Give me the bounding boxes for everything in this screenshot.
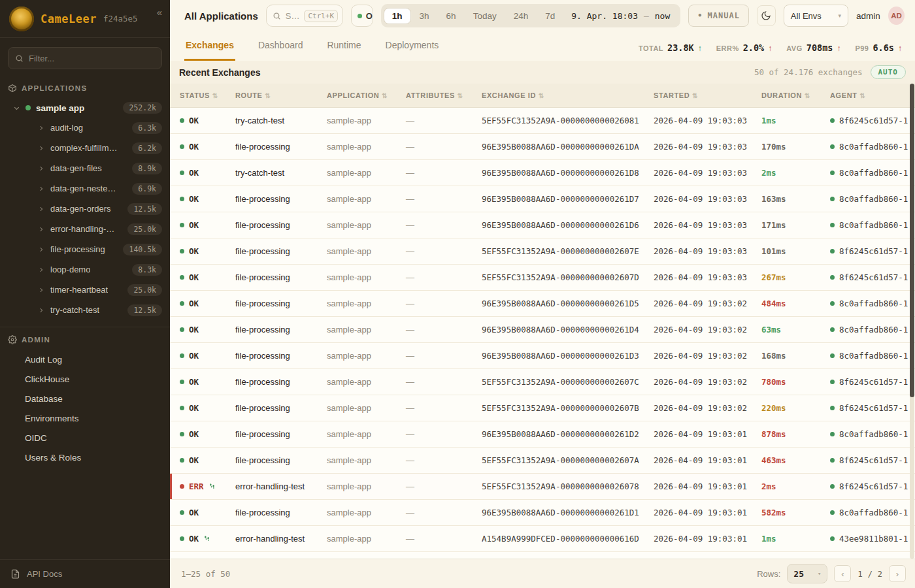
- status-label: OK: [189, 429, 199, 439]
- table-row[interactable]: OK try-catch-test sample-app — 5EF55FC31…: [170, 108, 915, 134]
- rows-per-page-select[interactable]: 25 ▾: [787, 564, 827, 583]
- time-range-3h[interactable]: 3h: [411, 8, 438, 24]
- tab-label: Dashboard: [258, 40, 303, 50]
- attributes-cell: —: [406, 116, 482, 125]
- status-dot: [180, 144, 184, 149]
- status-label: OK: [189, 508, 199, 517]
- column-header-agent[interactable]: AGENT ⇅: [830, 91, 915, 99]
- dark-mode-toggle[interactable]: [757, 5, 776, 26]
- column-label: ATTRIBUTES: [406, 91, 455, 99]
- table-row[interactable]: OK file-processing sample-app — 5EF55FC3…: [170, 395, 915, 421]
- exchange-id-cell: 96E395B0088AA6D-00000000000261D3: [482, 351, 654, 361]
- sidebar-item-data-gen-orders[interactable]: data-gen-orders 12.5k: [0, 199, 170, 219]
- sidebar-item-environments[interactable]: Environments: [0, 408, 170, 428]
- collapse-sidebar-icon[interactable]: «: [157, 7, 162, 18]
- table-row[interactable]: OK file-processing sample-app — 96E395B0…: [170, 186, 915, 212]
- filter-input[interactable]: [29, 54, 155, 63]
- tab-deployments[interactable]: Deployments: [384, 40, 441, 61]
- sidebar-item-database[interactable]: Database: [0, 389, 170, 408]
- column-header-started[interactable]: STARTED ⇅: [654, 91, 761, 99]
- time-range-today[interactable]: Today: [465, 8, 505, 24]
- table-row[interactable]: OK file-processing sample-app — 5EF55FC3…: [170, 369, 915, 395]
- status-label: OK: [189, 325, 199, 335]
- sidebar-item-loop-demo[interactable]: loop-demo 8.3k: [0, 259, 170, 280]
- table-row[interactable]: OK file-processing sample-app — 96E395B0…: [170, 500, 915, 526]
- sidebar-item-sample-app[interactable]: sample app 252.2k: [0, 98, 170, 118]
- duration-cell: 878ms: [761, 429, 830, 439]
- status-cell: OK: [180, 429, 235, 439]
- time-range-7d[interactable]: 7d: [537, 8, 563, 24]
- sidebar-item-audit-log[interactable]: audit-log 6.3k: [0, 118, 170, 138]
- table-row[interactable]: OK file-processing sample-app — 96E395B0…: [170, 291, 915, 317]
- agent-label: 8f6245c61d57-1: [839, 246, 908, 256]
- chevron-right-icon: [38, 287, 44, 293]
- column-header-duration[interactable]: DURATION ⇅: [761, 91, 830, 99]
- table-row[interactable]: OK file-processing sample-app — 96E395B0…: [170, 212, 915, 238]
- table-row[interactable]: OK file-processing sample-app — 96E395B0…: [170, 343, 915, 369]
- column-header-route[interactable]: ROUTE ⇅: [235, 91, 327, 99]
- next-page-button[interactable]: ›: [889, 565, 906, 582]
- table-row[interactable]: OK try-catch-test sample-app — 96E395B00…: [170, 160, 915, 186]
- date-range-display[interactable]: 9. Apr. 18:03 — now: [563, 11, 678, 21]
- sidebar-item-audit-log[interactable]: Audit Log: [0, 350, 170, 369]
- application-cell: sample-app: [327, 403, 406, 413]
- table-title: Recent Exchanges: [179, 67, 261, 78]
- exchange-id-cell: 96E395B0088AA6D-00000000000261D5: [482, 299, 654, 308]
- column-header-status[interactable]: STATUS ⇅: [180, 91, 235, 99]
- table-row[interactable]: OK file-processing sample-app — 5EF55FC3…: [170, 265, 915, 291]
- sidebar-item-complex-fulfillm[interactable]: complex-fulfillm… 6.2k: [0, 138, 170, 158]
- scrollbar-thumb[interactable]: [910, 84, 914, 397]
- table-row[interactable]: ERR error-handling-test sample-app — 5EF…: [170, 474, 915, 500]
- trend-arrow-icon: ↑: [898, 44, 902, 53]
- table-row[interactable]: OK file-processing sample-app — 96E395B0…: [170, 134, 915, 160]
- api-docs-link[interactable]: API Docs: [0, 559, 170, 588]
- agent-cell: 8c0affadb860-1: [830, 194, 915, 204]
- time-range-6h[interactable]: 6h: [438, 8, 465, 24]
- application-cell: sample-app: [327, 272, 406, 282]
- duration-cell: 1ms: [761, 116, 830, 125]
- auto-refresh-badge[interactable]: AUTO: [871, 65, 907, 79]
- agent-label: 43ee9811b801-1: [839, 534, 908, 544]
- manual-refresh-button[interactable]: • MANUAL: [688, 5, 749, 27]
- table-row[interactable]: OK error-handling-test sample-app — A154…: [170, 526, 915, 552]
- status-cell: OK: [180, 377, 235, 387]
- sidebar-item-try-catch-test[interactable]: try-catch-test 12.5k: [0, 300, 170, 320]
- exchange-id-cell: 5EF55FC31352A9A-000000000002607D: [482, 272, 654, 282]
- sidebar-item-data-gen-neste[interactable]: data-gen-neste… 6.9k: [0, 178, 170, 199]
- column-header-application[interactable]: APPLICATION ⇅: [327, 91, 406, 99]
- route-label: try-catch-test: [50, 305, 99, 315]
- prev-page-button[interactable]: ‹: [834, 565, 851, 582]
- tab-exchanges[interactable]: Exchanges: [184, 40, 235, 61]
- table-row[interactable]: OK file-processing sample-app — 96E395B0…: [170, 317, 915, 343]
- sidebar-filter[interactable]: [8, 47, 162, 69]
- started-cell: 2026-04-09 19:03:03: [654, 194, 761, 204]
- table-row[interactable]: OK file-processing sample-app — 5EF55FC3…: [170, 238, 915, 265]
- tab-dashboard[interactable]: Dashboard: [257, 40, 305, 61]
- duration-cell: 484ms: [761, 299, 830, 308]
- status-label: OK: [189, 220, 199, 230]
- duration-cell: 2ms: [761, 168, 830, 178]
- column-header-attributes[interactable]: ATTRIBUTES ⇅: [406, 91, 482, 99]
- table-row[interactable]: OK file-processing sample-app — 96E395B0…: [170, 421, 915, 448]
- sidebar-item-file-processing[interactable]: file-processing 140.5k: [0, 239, 170, 259]
- caret-down-icon: ▾: [839, 12, 842, 19]
- avatar[interactable]: AD: [888, 7, 905, 25]
- table-scrollbar[interactable]: [910, 84, 914, 559]
- sidebar-item-users-roles[interactable]: Users & Roles: [0, 448, 170, 467]
- column-header-exchange-id[interactable]: EXCHANGE ID ⇅: [482, 91, 654, 99]
- global-search-input[interactable]: S… Ctrl+K: [266, 5, 343, 27]
- tab-runtime[interactable]: Runtime: [325, 40, 362, 61]
- time-range-1h[interactable]: 1h: [384, 8, 411, 24]
- environments-select[interactable]: All Envs ▾: [784, 5, 848, 27]
- sidebar-item-clickhouse[interactable]: ClickHouse: [0, 369, 170, 389]
- sidebar-item-data-gen-files[interactable]: data-gen-files 8.9k: [0, 158, 170, 178]
- table-row[interactable]: OK file-processing sample-app — 5EF55FC3…: [170, 448, 915, 474]
- sidebar-item-timer-heartbeat[interactable]: timer-heartbeat 25.0k: [0, 280, 170, 300]
- time-range-24h[interactable]: 24h: [505, 8, 537, 24]
- attributes-cell: —: [406, 272, 482, 282]
- sidebar-item-error-handling[interactable]: error-handling-… 25.0k: [0, 219, 170, 239]
- started-cell: 2026-04-09 19:03:03: [654, 220, 761, 230]
- sidebar-item-oidc[interactable]: OIDC: [0, 428, 170, 448]
- connection-status-pill[interactable]: O: [351, 5, 373, 27]
- duration-cell: 582ms: [761, 508, 830, 517]
